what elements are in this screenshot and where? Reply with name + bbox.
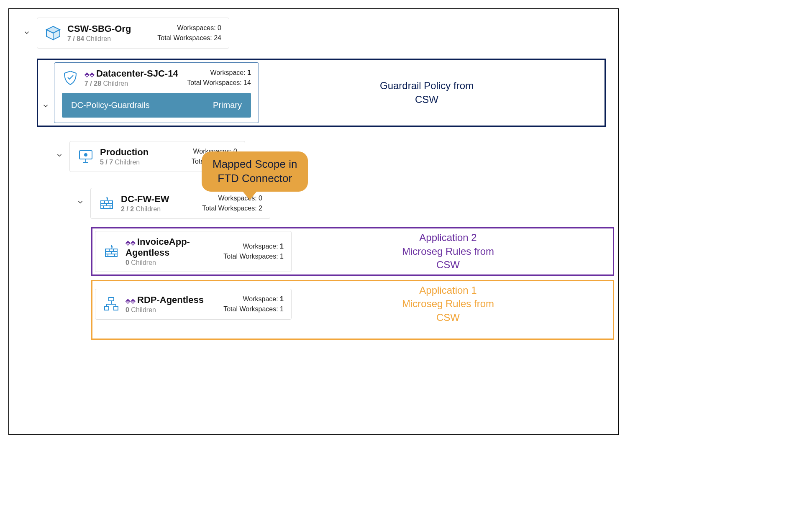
policy-name: DC-Policy-Guardrails [71,100,150,110]
production-row: Production 5 / 7 Children Workspaces: 0 … [54,141,606,172]
app2-card[interactable]: ⬘⬘InvoiceApp-Agentless 0 Children Worksp… [95,231,292,272]
org-row: CSW-SBG-Org 7 / 84 Children Workspaces: … [22,18,606,49]
datacenter-annotation: Guardrail Policy from CSW [259,79,594,106]
diagram-frame: CSW-SBG-Org 7 / 84 Children Workspaces: … [8,8,619,435]
fw-title: DC-FW-EW [121,194,196,205]
app1-children: 0 Children [126,306,218,314]
policy-bar[interactable]: DC-Policy-Guardrails Primary [62,93,251,118]
monitor-icon [77,148,94,165]
fw-children: 2 / 2 Children [121,205,196,213]
org-title: CSW-SBG-Org [67,23,151,34]
svg-rect-25 [114,307,118,310]
chevron-down-icon[interactable] [22,28,32,38]
app1-annotation: Application 1 Microseg Rules from CSW [292,284,605,324]
chevron-down-icon[interactable] [75,197,85,207]
app2-highlight-box: ⬘⬘InvoiceApp-Agentless 0 Children Worksp… [91,227,614,276]
datacenter-highlight-box: ⬘⬘Datacenter-SJC-14 7 / 28 Children Work… [37,59,606,127]
datacenter-title: ⬘⬘Datacenter-SJC-14 [85,68,181,79]
cube-icon [45,25,61,41]
fw-row: DC-FW-EW 2 / 2 Children Workspaces: 0 To… [75,188,606,219]
chevron-down-icon[interactable] [54,150,64,160]
datacenter-card[interactable]: ⬘⬘Datacenter-SJC-14 7 / 28 Children Work… [54,62,259,123]
app2-stats: Workspace: 1 Total Workspaces: 1 [223,241,284,262]
org-card[interactable]: CSW-SBG-Org 7 / 84 Children Workspaces: … [37,18,229,49]
shield-check-icon [62,69,79,86]
app1-stats: Workspace: 1 Total Workspaces: 1 [223,294,284,314]
org-stats: Workspaces: 0 Total Workspaces: 24 [157,23,221,43]
policy-tag: Primary [213,100,242,110]
firewall-icon [98,195,115,212]
mapped-scope-callout: Mapped Scope in FTD Connector [202,151,308,192]
app1-highlight-box: ⬘⬘RDP-Agentless 0 Children Workspace: 1 … [91,280,614,340]
org-children: 7 / 84 Children [67,35,151,43]
chevron-down-icon[interactable] [41,101,51,111]
datacenter-stats: Workspace: 1 Total Workspaces: 14 [187,68,251,88]
svg-rect-23 [109,298,114,301]
svg-point-4 [85,154,87,156]
production-children: 5 / 7 Children [100,159,186,166]
app2-children: 0 Children [126,259,218,267]
production-title: Production [100,147,186,158]
app1-card[interactable]: ⬘⬘RDP-Agentless 0 Children Workspace: 1 … [95,289,292,320]
app1-title: ⬘⬘RDP-Agentless [126,295,218,305]
firewall-icon [103,243,120,260]
app2-annotation: Application 2 Microseg Rules from CSW [292,231,605,272]
network-icon [103,296,120,313]
datacenter-children: 7 / 28 Children [85,80,181,87]
app2-title: ⬘⬘InvoiceApp-Agentless [126,236,218,258]
svg-rect-24 [105,307,109,310]
